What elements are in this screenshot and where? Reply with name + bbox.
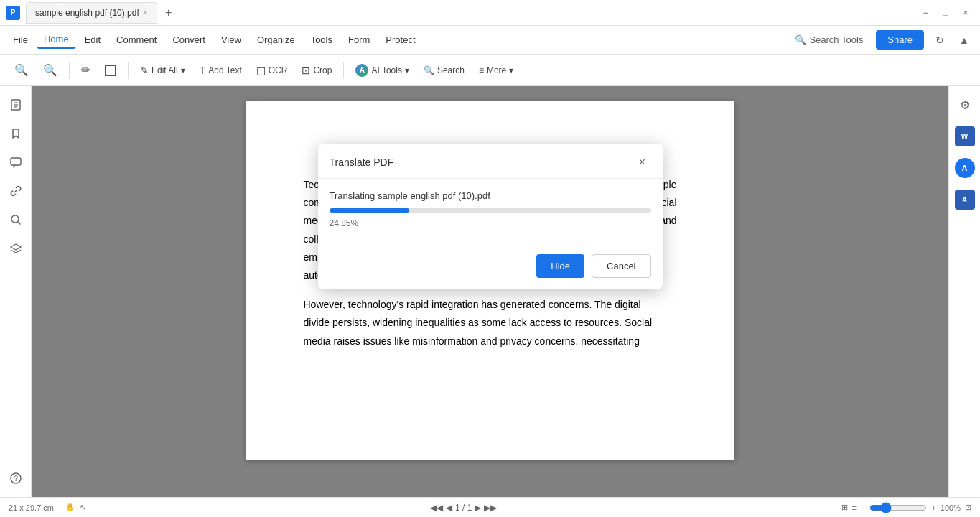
sidebar-page-icon[interactable]: [3, 92, 29, 118]
menu-tools[interactable]: Tools: [304, 32, 340, 48]
add-text-icon: T: [200, 65, 206, 76]
menu-edit[interactable]: Edit: [78, 32, 108, 48]
edit-all-button[interactable]: ✎ Edit All ▾: [134, 61, 191, 80]
sidebar-bookmark-icon[interactable]: [3, 121, 29, 146]
cancel-button[interactable]: Cancel: [592, 254, 650, 278]
menu-bar: File Home Edit Comment Convert View Orga…: [0, 26, 980, 55]
ai-circle-icon: A: [355, 64, 368, 77]
window-controls: − □ ×: [917, 4, 974, 22]
zoom-slider[interactable]: [869, 502, 927, 513]
dialog-body: Translating sample english pdf (10).pdf …: [318, 179, 663, 254]
dialog-close-button[interactable]: ×: [634, 154, 651, 171]
crop-button[interactable]: ⊡ Crop: [296, 61, 337, 80]
ocr-icon: ◫: [256, 65, 266, 76]
fit-icon[interactable]: ⊡: [965, 503, 971, 512]
minimize-button[interactable]: −: [917, 4, 934, 22]
share-button[interactable]: Share: [876, 30, 924, 50]
zoom-level: 100%: [941, 503, 961, 512]
ocr-button[interactable]: ◫ OCR: [251, 61, 294, 80]
menu-organize[interactable]: Organize: [250, 32, 302, 48]
ai-tools-button[interactable]: A AI Tools ▾: [350, 60, 414, 80]
window-actions: ↻ ▲: [930, 30, 974, 50]
close-window-button[interactable]: ×: [957, 4, 974, 22]
select-button[interactable]: [99, 61, 122, 80]
ai-tools-label: AI Tools: [371, 65, 401, 75]
menu-view[interactable]: View: [214, 32, 248, 48]
ai-tools-chevron: ▾: [405, 65, 409, 75]
right-word-button[interactable]: W: [952, 124, 978, 149]
dialog-header: Translate PDF ×: [318, 144, 663, 179]
menu-file[interactable]: File: [6, 32, 35, 48]
menu-convert[interactable]: Convert: [165, 32, 213, 48]
more-label: More: [487, 65, 506, 75]
page-layout-icon[interactable]: ⊞: [841, 503, 848, 512]
progress-bar-fill: [330, 208, 409, 213]
status-bar: 21 x 29.7 cm ✋ ↖ ◀◀ ◀ 1 / 1 ▶ ▶▶ ⊞ ≡ − +…: [0, 497, 980, 517]
last-page-button[interactable]: ▶▶: [484, 503, 497, 513]
search-button[interactable]: 🔍 Search: [418, 62, 470, 79]
zoom-in-icon: 🔍: [43, 63, 57, 77]
tab-label: sample english pdf (10).pdf: [35, 8, 139, 18]
svg-rect-4: [11, 158, 21, 165]
crop-label: Crop: [313, 65, 332, 75]
svg-line-6: [18, 222, 20, 224]
hand-tool-icon[interactable]: ✋: [65, 503, 75, 512]
toolbar: 🔍 🔍 ✏ ✎ Edit All ▾ T Add Text ◫ OCR ⊡ Cr…: [0, 55, 980, 86]
dialog-footer: Hide Cancel: [318, 254, 663, 289]
ocr-label: OCR: [269, 65, 288, 75]
sync-icon[interactable]: ↻: [930, 30, 950, 50]
next-page-button[interactable]: ▶: [475, 503, 481, 513]
translating-label: Translating sample english pdf (10).pdf: [330, 190, 651, 201]
sidebar-help-icon[interactable]: ?: [3, 465, 29, 491]
highlight-button[interactable]: ✏: [75, 60, 96, 80]
scroll-icon[interactable]: ≡: [852, 503, 857, 512]
crop-icon: ⊡: [302, 65, 310, 76]
word-icon: W: [955, 126, 975, 146]
toolbar-divider-3: [343, 62, 344, 79]
right-tune-button[interactable]: ⚙: [952, 92, 978, 118]
sidebar-link-icon[interactable]: [3, 178, 29, 204]
search-icon: 🔍: [424, 65, 434, 75]
zoom-in-icon[interactable]: +: [931, 503, 935, 512]
status-center: ◀◀ ◀ 1 / 1 ▶ ▶▶: [92, 503, 836, 513]
sidebar-search-icon[interactable]: [3, 207, 29, 233]
tune-icon: ⚙: [960, 98, 970, 112]
pdf-area[interactable]: The Impact of Technology on Society Tech…: [32, 86, 948, 497]
zoom-out-icon[interactable]: −: [861, 503, 865, 512]
zoom-in-button[interactable]: 🔍: [37, 60, 63, 80]
select-tool-icon[interactable]: ↖: [80, 503, 86, 512]
menu-protect[interactable]: Protect: [378, 32, 422, 48]
menu-form[interactable]: Form: [341, 32, 377, 48]
first-page-button[interactable]: ◀◀: [430, 503, 443, 513]
toolbar-divider-1: [69, 62, 70, 79]
edit-all-chevron: ▾: [181, 65, 185, 75]
prev-page-button[interactable]: ◀: [446, 503, 452, 513]
menu-home[interactable]: Home: [37, 31, 76, 49]
menu-comment[interactable]: Comment: [109, 32, 164, 48]
status-right: ⊞ ≡ − + 100% ⊡: [841, 502, 971, 513]
svg-text:?: ?: [14, 475, 18, 483]
hide-button[interactable]: Hide: [536, 254, 584, 278]
search-label: Search: [437, 65, 465, 75]
collapse-icon[interactable]: ▲: [954, 30, 974, 50]
tab-close-icon[interactable]: ×: [144, 9, 148, 17]
add-text-button[interactable]: T Add Text: [194, 61, 248, 80]
select-icon: [105, 65, 116, 76]
maximize-button[interactable]: □: [937, 4, 954, 22]
new-tab-button[interactable]: +: [160, 4, 177, 22]
more-chevron: ▾: [509, 65, 513, 75]
zoom-out-button[interactable]: 🔍: [9, 60, 34, 80]
progress-bar-background: [330, 208, 651, 213]
search-tools-label: Search Tools: [809, 34, 863, 45]
active-tab[interactable]: sample english pdf (10).pdf ×: [26, 2, 157, 24]
search-tools-button[interactable]: 🔍 Search Tools: [788, 32, 870, 48]
page-info: 1 / 1: [455, 503, 472, 513]
right-word2-button[interactable]: A: [952, 187, 978, 213]
sidebar-comment-icon[interactable]: [3, 149, 29, 175]
word2-icon: A: [955, 190, 975, 210]
right-ai-button[interactable]: A: [952, 155, 978, 181]
toolbar-divider-2: [128, 62, 129, 79]
more-button[interactable]: ≡ More ▾: [473, 62, 519, 79]
highlight-icon: ✏: [81, 63, 90, 77]
sidebar-layers-icon[interactable]: [3, 236, 29, 261]
